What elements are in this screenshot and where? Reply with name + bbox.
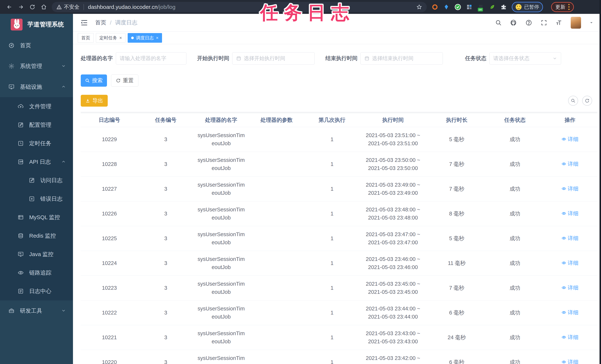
detail-link[interactable]: 详细 (561, 333, 579, 341)
browser-menu-icon[interactable] (568, 4, 570, 10)
logo-row[interactable]: 芋道管理系统 (0, 14, 73, 35)
filter-job-status: 任务状态 请选择任务状态 (465, 52, 561, 64)
help-icon[interactable] (525, 19, 532, 26)
table-cell-param (249, 176, 304, 201)
extension-orange-ring-icon[interactable] (431, 4, 438, 10)
end-time-input[interactable]: 选择结束执行时间 (361, 52, 443, 64)
detail-link[interactable]: 详细 (561, 160, 579, 168)
table-cell-log-id: 10222 (81, 300, 138, 325)
tags-bar: 首页定时任务×调度日志× (73, 32, 601, 44)
paused-extension-pill[interactable]: 已暂停 (512, 2, 543, 12)
calendar-icon (364, 56, 370, 61)
job-status-select[interactable]: 请选择任务状态 (489, 52, 561, 64)
table-cell-action: 详细 (543, 300, 597, 325)
breadcrumb-page: 调度日志 (115, 19, 137, 26)
refresh-table-button[interactable] (582, 96, 592, 106)
active-dot-icon (131, 37, 134, 39)
table-cell-task-id: 3 (138, 275, 193, 300)
detail-label: 详细 (568, 333, 579, 341)
table-cell-duration: 7 毫秒 (426, 275, 487, 300)
detail-link[interactable]: 详细 (561, 135, 579, 143)
forward-icon[interactable] (15, 2, 27, 12)
table-cell-log-id: 10228 (81, 152, 138, 176)
extension-blue-gem-icon[interactable] (443, 4, 450, 10)
table-cell-status: 成功 (487, 176, 543, 201)
extension-grid-icon[interactable] (466, 4, 473, 10)
detail-label: 详细 (568, 259, 579, 267)
tag[interactable]: 定时任务× (96, 33, 125, 43)
detail-link[interactable]: 详细 (561, 284, 579, 292)
back-icon[interactable] (4, 2, 15, 12)
github-icon[interactable] (510, 19, 517, 26)
breadcrumb-separator: / (110, 20, 111, 26)
sidebar-item[interactable]: API 日志 (0, 153, 73, 171)
table-cell-action: 详细 (543, 127, 597, 152)
sidebar-item[interactable]: 系统管理 (0, 56, 73, 77)
access-log-icon (29, 177, 35, 184)
detail-link[interactable]: 详细 (561, 259, 579, 267)
home-icon[interactable] (38, 2, 50, 12)
sidebar-item[interactable]: Java 监控 (0, 245, 73, 263)
table-row: 102213sysUserSessionTimeoutJob12021-05-0… (81, 325, 597, 350)
sidebar-item[interactable]: 文件管理 (0, 97, 73, 116)
detail-link[interactable]: 详细 (561, 185, 579, 193)
breadcrumb-home[interactable]: 首页 (95, 19, 106, 26)
chevron-down-icon[interactable] (589, 20, 594, 25)
text-size-icon[interactable] (556, 19, 562, 26)
reset-button[interactable]: 重置 (111, 74, 138, 87)
sidebar-item[interactable]: 访问日志 (0, 171, 73, 190)
app-logo (11, 19, 22, 30)
window-scrollbar-edge[interactable] (600, 0, 601, 364)
sidebar-item[interactable]: 首页 (0, 35, 73, 56)
begin-time-input[interactable]: 选择开始执行时间 (232, 52, 315, 64)
sidebar-item[interactable]: 配置管理 (0, 116, 73, 134)
export-button[interactable]: 导出 (81, 95, 108, 107)
bookmark-star-icon[interactable] (416, 4, 422, 10)
api-log-icon (17, 159, 24, 165)
search-button[interactable]: 搜索 (81, 74, 107, 87)
sidebar-item[interactable]: 错误日志 (0, 190, 73, 208)
table-row: 102263sysUserSessionTimeoutJob12021-05-0… (81, 201, 597, 226)
table-cell-handler: sysUserSessionTimeoutJob (193, 127, 249, 152)
extension-on-badge-icon[interactable]: on (477, 4, 484, 10)
detail-link[interactable]: 详细 (561, 358, 579, 364)
tag-active[interactable]: 调度日志× (128, 33, 162, 43)
extension-puzzle-icon[interactable] (500, 4, 507, 10)
fullscreen-icon[interactable] (541, 19, 547, 26)
sidebar-item[interactable]: 定时任务 (0, 134, 73, 153)
handler-name-input[interactable]: 请输入处理器的名字 (116, 52, 186, 64)
browser-update-button[interactable]: 更新 (551, 2, 574, 12)
detail-link[interactable]: 详细 (561, 308, 579, 316)
sidebar-item[interactable]: 链路追踪 (0, 263, 73, 282)
toggle-search-button[interactable] (568, 96, 578, 106)
reload-icon[interactable] (27, 2, 38, 12)
table-cell-duration: 24 毫秒 (426, 325, 487, 350)
detail-link[interactable]: 详细 (561, 209, 579, 217)
table-cell-param (249, 251, 304, 275)
extension-green-check-icon[interactable] (454, 4, 461, 10)
sidebar-item[interactable]: MySQL 监控 (0, 208, 73, 227)
detail-link[interactable]: 详细 (561, 234, 579, 242)
table-cell-time: 2021-05-03 23:43:00 ~2021-05-03 23:43:00 (360, 325, 426, 350)
close-icon[interactable]: × (156, 36, 159, 40)
table-cell-handler: sysUserSessionTimeoutJob (193, 350, 249, 364)
tag[interactable]: 首页 (78, 33, 94, 43)
sidebar-item[interactable]: 日志中心 (0, 282, 73, 300)
table-cell-duration: 5 毫秒 (426, 226, 487, 251)
search-icon[interactable] (495, 19, 502, 26)
collapse-sidebar-icon[interactable] (80, 19, 88, 27)
table-cell-exec-index: 1 (304, 226, 360, 251)
sidebar-item[interactable]: 基础设施 (0, 77, 73, 97)
column-header: 日志编号 (81, 112, 138, 127)
extension-leaf-icon[interactable] (489, 4, 495, 10)
security-chip[interactable]: 不安全 (57, 3, 80, 10)
url-text[interactable]: dashboard.yudao.iocoder.cn/job/log (88, 4, 416, 10)
sidebar-item[interactable]: 研发工具 (0, 300, 73, 321)
table-cell-duration: 6 毫秒 (426, 350, 487, 364)
eye-icon (561, 335, 566, 340)
user-avatar[interactable] (571, 17, 581, 29)
close-icon[interactable]: × (119, 36, 122, 40)
sidebar-item[interactable]: Redis 监控 (0, 227, 73, 245)
address-bar[interactable]: 不安全 dashboard.yudao.iocoder.cn/job/log (52, 2, 427, 12)
update-label: 更新 (555, 4, 565, 10)
